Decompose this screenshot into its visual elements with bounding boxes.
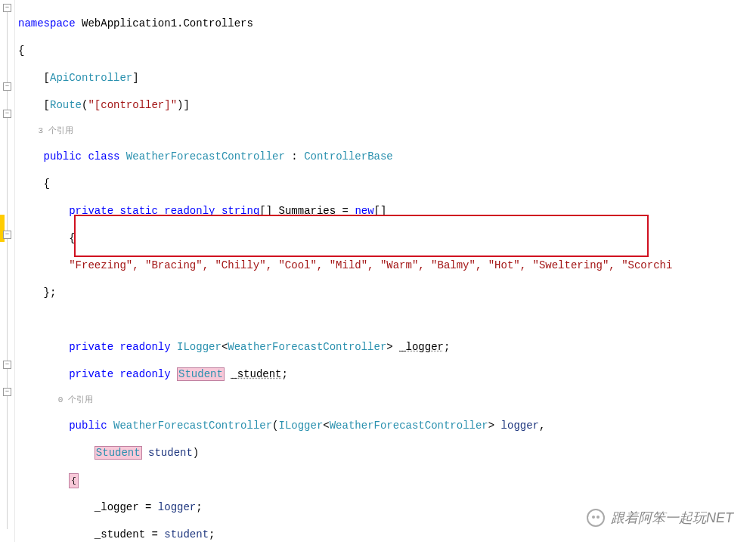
assign-lhs: _student xyxy=(94,528,145,540)
fold-icon[interactable]: − xyxy=(3,82,11,91)
type-student-hl: Student xyxy=(94,446,142,460)
fold-gutter: − − − − − − xyxy=(0,0,15,542)
field-logger: _logger xyxy=(399,341,444,353)
brace-error-marker: { xyxy=(69,473,79,488)
assign-lhs: _logger xyxy=(94,501,139,513)
fold-icon[interactable]: − xyxy=(3,110,11,118)
namespace-name: WebApplication1.Controllers xyxy=(82,17,253,29)
route-template: "[controller]" xyxy=(88,99,177,111)
field-student: _student xyxy=(231,368,281,380)
param-logger: logger xyxy=(501,420,539,432)
keyword-namespace: namespace xyxy=(18,17,76,29)
code-editor[interactable]: − − − − − − namespace WebApplication1.Co… xyxy=(0,0,756,542)
string-array-values: "Freezing", "Bracing", "Chilly", "Cool",… xyxy=(69,259,672,271)
class-name: WeatherForecastController xyxy=(126,150,285,163)
fold-icon[interactable]: − xyxy=(3,4,11,12)
watermark-text: 跟着阿笨一起玩NET xyxy=(611,509,733,527)
param-student: student xyxy=(148,447,193,459)
fold-icon[interactable]: − xyxy=(3,388,11,396)
fold-icon[interactable]: − xyxy=(3,361,11,369)
type-student-hl: Student xyxy=(177,367,225,381)
field-summaries: Summaries xyxy=(279,205,336,217)
codelens-refs[interactable]: 3 个引用 xyxy=(18,125,756,136)
base-class: ControllerBase xyxy=(304,150,393,163)
brace: { xyxy=(18,44,756,57)
attribute-route: Route xyxy=(50,99,82,111)
constructor-name: WeatherForecastController xyxy=(113,420,272,432)
watermark: 跟着阿笨一起玩NET xyxy=(587,509,733,527)
codelens-refs[interactable]: 0 个引用 xyxy=(18,395,756,405)
code-content[interactable]: namespace WebApplication1.Controllers { … xyxy=(15,0,756,542)
fold-icon[interactable]: − xyxy=(3,231,11,239)
attribute-api: ApiController xyxy=(50,72,132,84)
wechat-icon xyxy=(587,509,605,527)
